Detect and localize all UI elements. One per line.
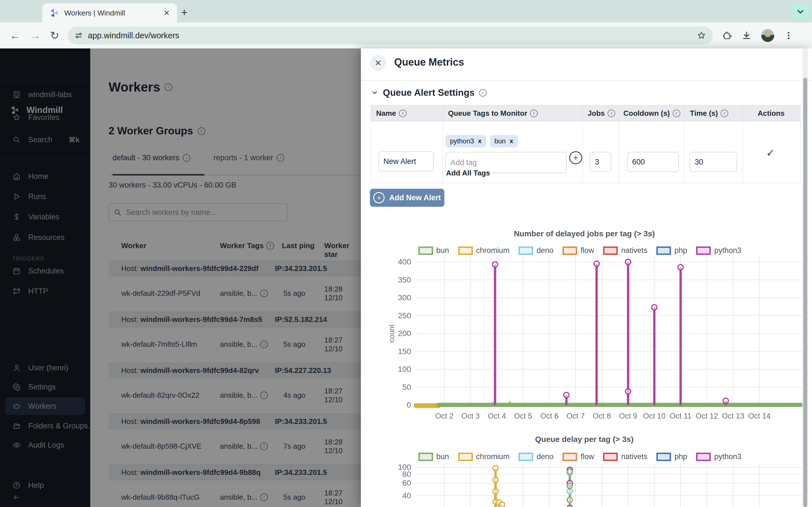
back-icon[interactable]: ← <box>10 30 20 42</box>
bookmark-star-icon[interactable] <box>697 31 706 40</box>
svg-text:Oct 13: Oct 13 <box>722 412 744 420</box>
tab-title: Workers | Windmill <box>64 9 162 17</box>
browser-tab[interactable]: Workers | Windmill ✕ <box>42 3 177 22</box>
extensions-icon[interactable] <box>722 31 732 40</box>
svg-text:80: 80 <box>402 470 411 478</box>
svg-text:Oct 6: Oct 6 <box>540 412 559 420</box>
drawer-backdrop[interactable] <box>0 48 361 507</box>
drawer-scrollbar-thumb[interactable] <box>803 78 807 507</box>
svg-text:300: 300 <box>398 293 411 302</box>
url-bar[interactable]: app.windmill.dev/workers <box>68 26 713 45</box>
site-info-icon[interactable] <box>74 31 83 40</box>
windmill-favicon <box>48 7 60 19</box>
svg-text:Oct 11: Oct 11 <box>670 412 692 420</box>
screen: Workers | Windmill ✕ + ← → ↻ app.windmil… <box>0 0 812 507</box>
tab-strip-chevron-button[interactable] <box>792 3 809 20</box>
reload-icon[interactable]: ↻ <box>50 29 59 42</box>
svg-text:Oct 7: Oct 7 <box>566 412 585 420</box>
svg-text:count: count <box>388 324 396 342</box>
tab-close-icon[interactable]: ✕ <box>162 9 171 17</box>
svg-text:200: 200 <box>398 329 411 338</box>
menu-kebab-icon[interactable] <box>784 31 794 40</box>
chevron-down-icon <box>796 7 805 16</box>
svg-text:400: 400 <box>398 258 411 266</box>
svg-text:Oct 2: Oct 2 <box>435 412 454 420</box>
svg-text:Oct 10: Oct 10 <box>643 412 666 420</box>
svg-text:350: 350 <box>398 276 411 284</box>
svg-text:Oct 5: Oct 5 <box>514 412 532 420</box>
new-tab-button[interactable]: + <box>181 6 188 19</box>
svg-text:Oct 14: Oct 14 <box>748 412 770 420</box>
svg-text:60: 60 <box>402 478 411 487</box>
browser-tab-strip: Workers | Windmill ✕ + <box>0 0 812 22</box>
browser-toolbar: ← → ↻ app.windmill.dev/workers <box>0 22 812 49</box>
svg-text:250: 250 <box>398 311 411 320</box>
svg-text:100: 100 <box>398 365 411 374</box>
svg-text:0: 0 <box>407 400 411 409</box>
svg-text:50: 50 <box>402 383 411 392</box>
svg-text:40: 40 <box>402 491 411 500</box>
svg-text:Oct 9: Oct 9 <box>619 412 637 420</box>
forward-icon[interactable]: → <box>30 30 41 42</box>
download-icon[interactable] <box>742 31 752 41</box>
svg-text:Oct 8: Oct 8 <box>593 412 611 420</box>
url-text: app.windmill.dev/workers <box>88 31 697 40</box>
svg-text:Oct 12: Oct 12 <box>696 412 718 420</box>
queue-metrics-drawer: ✕ Queue Metrics Queue Alert Settings i N… <box>361 48 812 507</box>
avatar[interactable] <box>761 29 774 42</box>
svg-text:Oct 4: Oct 4 <box>488 412 506 420</box>
svg-text:Oct 3: Oct 3 <box>462 412 480 420</box>
queue-charts: 050100150200250300350400Oct 2Oct 3Oct 4O… <box>361 48 812 507</box>
svg-text:150: 150 <box>398 347 411 356</box>
